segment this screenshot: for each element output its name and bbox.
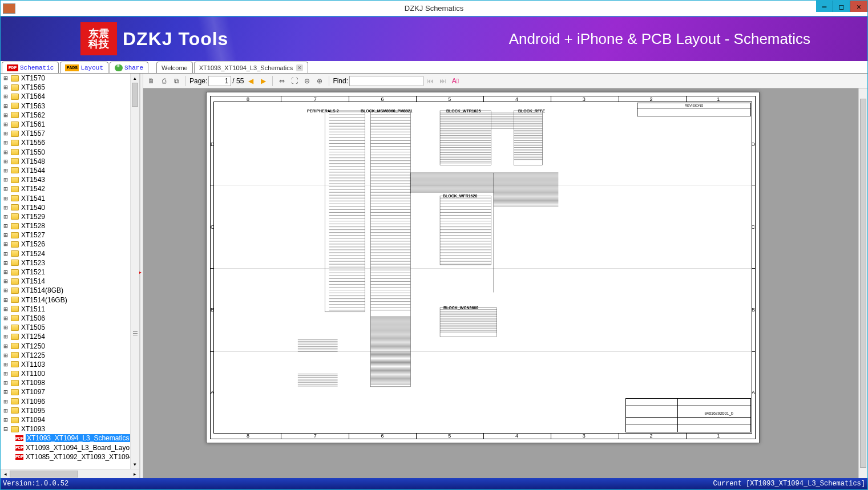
expander-icon[interactable]: ⊞ — [3, 195, 9, 203]
expander-icon[interactable]: ⊞ — [3, 102, 9, 110]
expander-icon[interactable]: ⊞ — [3, 129, 9, 137]
expander-icon[interactable]: ⊞ — [3, 83, 9, 91]
expander-icon[interactable]: ⊞ — [3, 314, 9, 322]
expander-icon[interactable]: ⊞ — [3, 398, 9, 406]
tree-folder[interactable]: ⊞XT1565 — [1, 83, 130, 92]
tree-folder[interactable]: ⊞XT1250 — [1, 341, 130, 350]
find-input[interactable] — [349, 76, 423, 86]
zoom-in-icon[interactable]: ⊕ — [314, 75, 325, 87]
expander-icon[interactable]: ⊞ — [3, 204, 9, 212]
tab-close-icon[interactable]: ✕ — [296, 64, 303, 71]
find-next-icon[interactable]: ⏭ — [437, 75, 449, 87]
tree-folder[interactable]: ⊞XT1514 — [1, 277, 130, 286]
tree-folder[interactable]: ⊞XT1225 — [1, 351, 130, 360]
tree-folder[interactable]: ⊞XT1540 — [1, 203, 130, 212]
expander-icon[interactable]: ⊞ — [3, 176, 9, 184]
expander-icon[interactable]: ⊞ — [3, 323, 9, 331]
tree-folder[interactable]: ⊞XT1527 — [1, 230, 130, 240]
expander-icon[interactable]: ⊞ — [3, 342, 9, 350]
tree-folder[interactable]: ⊞XT1550 — [1, 148, 130, 157]
prev-page-icon[interactable]: ◀ — [245, 75, 256, 87]
tree-file[interactable]: PDFXT1093_XT1094_L3_Board_Layout — [1, 443, 130, 452]
expander-icon[interactable]: ⊞ — [3, 92, 9, 100]
tree-folder[interactable]: ⊞XT1103 — [1, 360, 130, 369]
expander-icon[interactable]: ⊞ — [3, 231, 9, 239]
tree-folder[interactable]: ⊞XT1505 — [1, 323, 130, 332]
tree-folder[interactable]: ⊞XT1526 — [1, 240, 130, 249]
scroll-down-icon[interactable]: ▾ — [131, 460, 139, 469]
print-icon[interactable]: ⎙ — [158, 75, 169, 87]
tree-folder[interactable]: ⊞XT1542 — [1, 184, 130, 193]
tree-folder[interactable]: ⊞XT1556 — [1, 138, 130, 147]
tree-folder[interactable]: ⊞XT1506 — [1, 314, 130, 323]
expander-icon[interactable]: ⊞ — [3, 185, 9, 193]
tree-file[interactable]: PDFXT1085_XT1092_XT1093_XT1094_XT1 — [1, 452, 130, 461]
expander-icon[interactable]: ⊞ — [3, 388, 9, 396]
copy-icon[interactable]: ⧉ — [171, 75, 182, 87]
tree-folder[interactable]: ⊞XT1254 — [1, 332, 130, 341]
minimize-button[interactable]: — — [816, 1, 833, 12]
tree-folder[interactable]: ⊞XT1529 — [1, 212, 130, 221]
tab-schematic[interactable]: PDF Schematic — [2, 62, 59, 73]
fit-width-icon[interactable]: ⇔ — [276, 75, 288, 87]
expander-icon[interactable]: ⊞ — [3, 286, 9, 294]
tree-folder[interactable]: ⊞XT1511 — [1, 305, 130, 314]
canvas-scroll-thumb[interactable] — [860, 99, 866, 468]
expander-icon[interactable]: ⊞ — [3, 157, 9, 165]
tree-folder[interactable]: ⊟XT1093 — [1, 424, 130, 434]
zoom-out-icon[interactable]: ⊖ — [301, 75, 313, 87]
tree-folder[interactable]: ⊞XT1570 — [1, 74, 130, 83]
tab-layout[interactable]: PADS Layout — [60, 62, 108, 73]
scroll-thumb-h[interactable] — [10, 471, 78, 477]
maximize-button[interactable]: □ — [833, 1, 850, 12]
expander-icon[interactable]: ⊞ — [3, 351, 9, 359]
tree-folder[interactable]: ⊞XT1541 — [1, 193, 130, 203]
tree-folder[interactable]: ⊞XT1094 — [1, 415, 130, 424]
scroll-right-icon[interactable]: ▸ — [130, 469, 139, 478]
tree-folder[interactable]: ⊞XT1528 — [1, 221, 130, 230]
expander-icon[interactable]: ⊞ — [3, 120, 9, 128]
expander-icon[interactable]: ⊞ — [3, 416, 9, 424]
expander-icon[interactable]: ⊞ — [3, 407, 9, 415]
tree-file[interactable]: PDFXT1093_XT1094_L3_Schematics — [1, 434, 130, 443]
tree-folder[interactable]: ⊞XT1543 — [1, 175, 130, 184]
tree-folder[interactable]: ⊞XT1100 — [1, 369, 130, 378]
canvas[interactable]: 8877665544332211DDCCBBAA PERIPHERALS 2 B… — [143, 88, 867, 478]
tree-folder[interactable]: ⊞XT1563 — [1, 102, 130, 111]
tree-folder[interactable]: ⊞XT1557 — [1, 129, 130, 138]
tab-share[interactable]: Share — [110, 62, 148, 73]
tree-folder[interactable]: ⊞XT1514(8GB) — [1, 286, 130, 295]
expander-icon[interactable]: ⊞ — [3, 259, 9, 267]
expander-icon[interactable]: ⊞ — [3, 268, 9, 276]
expander-icon[interactable]: ⊞ — [3, 148, 9, 156]
expander-icon[interactable]: ⊞ — [3, 139, 9, 147]
expander-icon[interactable]: ⊞ — [3, 277, 9, 285]
tree-folder[interactable]: ⊞XT1521 — [1, 268, 130, 277]
doc-tab-welcome[interactable]: Welcome — [156, 62, 193, 73]
expander-icon[interactable]: ⊞ — [3, 361, 9, 368]
tree-folder[interactable]: ⊞XT1098 — [1, 378, 130, 387]
find-prev-icon[interactable]: ⏮ — [425, 75, 436, 87]
tree-folder[interactable]: ⊞XT1561 — [1, 120, 130, 129]
next-page-icon[interactable]: ▶ — [257, 75, 269, 87]
tree-folder[interactable]: ⊞XT1548 — [1, 157, 130, 166]
save-icon[interactable]: 🗎 — [146, 75, 157, 87]
expander-icon[interactable]: ⊞ — [3, 240, 9, 248]
tree-folder[interactable]: ⊞XT1095 — [1, 406, 130, 415]
tree-folder[interactable]: ⊞XT1564 — [1, 92, 130, 101]
expander-icon[interactable]: ⊞ — [3, 213, 9, 221]
tree-vertical-scrollbar[interactable]: ▴ ▾ — [130, 74, 139, 469]
fit-page-icon[interactable]: ⛶ — [289, 75, 300, 87]
page-number-input[interactable] — [208, 76, 231, 86]
tree-folder[interactable]: ⊞XT1097 — [1, 387, 130, 396]
expander-icon[interactable]: ⊞ — [3, 370, 9, 378]
tree-folder[interactable]: ⊞XT1514(16GB) — [1, 295, 130, 305]
scroll-thumb[interactable] — [132, 83, 138, 107]
tree-folder[interactable]: ⊞XT1544 — [1, 166, 130, 175]
tree-horizontal-scrollbar[interactable]: ◂ ▸ — [1, 469, 139, 478]
expander-icon[interactable]: ⊞ — [3, 305, 9, 313]
tree-folder[interactable]: ⊞XT1096 — [1, 397, 130, 406]
expander-icon[interactable]: ⊞ — [3, 379, 9, 387]
expander-icon[interactable]: ⊞ — [3, 222, 9, 230]
expander-icon[interactable]: ⊞ — [3, 250, 9, 258]
